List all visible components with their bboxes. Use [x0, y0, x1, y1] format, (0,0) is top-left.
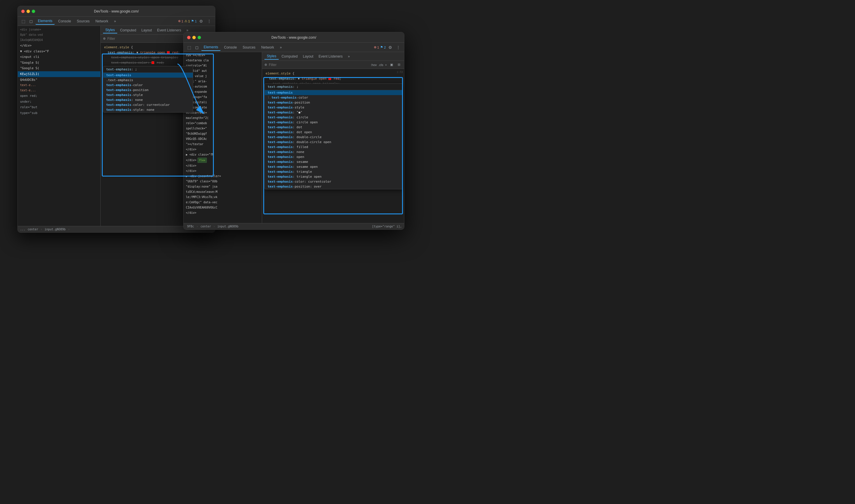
autocomplete-item-fg-3[interactable]: text-emphasis-style: [265, 105, 403, 110]
settings-icon-fg[interactable]: ⚙: [387, 44, 394, 51]
more-icon-fg[interactable]: ⋮: [395, 44, 402, 51]
tree-node-fg[interactable]: </div>: [183, 163, 262, 168]
tree-node-bg[interactable]: IAxUqWUEAHQU4: [18, 37, 100, 43]
autocomplete-item-fg-9[interactable]: text-emphasis: double-circle: [265, 134, 403, 140]
tab-elements-fg[interactable]: Elements: [201, 44, 220, 51]
autocomplete-item-fg-2[interactable]: text-emphasis-position: [265, 100, 403, 105]
tab-network-fg[interactable]: Network: [259, 44, 277, 51]
tree-node-bg[interactable]: </div>: [18, 43, 100, 49]
autocomplete-item-fg-19[interactable]: text-emphasis-position: over: [265, 184, 403, 189]
tab-elements-bg[interactable]: Elements: [35, 18, 55, 25]
close-button-bg[interactable]: [21, 10, 25, 13]
tree-node-fg[interactable]: haspopup="fa: [183, 94, 262, 100]
autocomplete-item-fg-6[interactable]: text-emphasis: circle open: [265, 120, 403, 125]
tab-computed-bg[interactable]: Computed: [118, 27, 139, 33]
autocomplete-item-bg-7[interactable]: text-emphasis-style: none: [103, 107, 193, 112]
autocomplete-item-fg-15[interactable]: text-emphasis: sesame open: [265, 164, 403, 169]
tree-node-selected-bg[interactable]: KEwjS1ZLI(: [18, 71, 100, 77]
autocomplete-item-fg-13[interactable]: text-emphasis: open: [265, 155, 403, 159]
tab-styles-fg[interactable]: Styles: [264, 53, 279, 60]
toggle-sidebar-fg[interactable]: ▣: [389, 62, 394, 68]
autocomplete-item-fg-10[interactable]: text-emphasis: double-circle open: [265, 140, 403, 145]
tree-node-fg[interactable]: </div> flex: [183, 157, 262, 163]
tree-node-fg[interactable]: </div>: [183, 210, 262, 216]
breadcrumb-center-bg[interactable]: center: [26, 228, 39, 231]
autocomplete-item-fg-5[interactable]: text-emphasis: circle: [265, 115, 403, 120]
tab-console-bg[interactable]: Console: [56, 18, 73, 24]
tree-node-bg[interactable]: type="sub: [18, 110, 100, 116]
more-icon-bg[interactable]: ⋮: [206, 18, 213, 24]
breadcrumb-center-fg[interactable]: center: [199, 224, 212, 228]
tree-node-fg[interactable]: controls="Al: [183, 63, 262, 68]
filter-cls-fg[interactable]: .cls: [378, 63, 384, 67]
tree-node-fg[interactable]: autocorrect=: [183, 110, 262, 115]
autocomplete-item-fg-1[interactable]: l.text-emphasis-color: [265, 95, 403, 100]
tree-node-fg[interactable]: "display:none" jsa: [183, 184, 262, 189]
tree-node-bg[interactable]: 8pb" data-ved: [18, 32, 100, 37]
css-prop-emphasis-fg[interactable]: text-emphasis: ▼ triangle open red;: [262, 76, 404, 82]
tab-sources-fg[interactable]: Sources: [240, 44, 258, 51]
tree-node-bg[interactable]: ▼ <div class="F: [18, 49, 100, 54]
autocomplete-item-bg-3[interactable]: text-emphasis-position: [103, 88, 193, 92]
tree-node-fg[interactable]: aria-autocom: [183, 84, 262, 89]
tree-node-fg[interactable]: tzDCd;mouseleave:M: [183, 189, 262, 195]
tree-node-fg[interactable]: ▶ <div class="fM: [183, 152, 262, 157]
tab-layout-bg[interactable]: Layout: [139, 27, 154, 33]
tree-node-fg[interactable]: role="combob: [183, 121, 262, 126]
tree-node-bg[interactable]: Q4dUDCBs": [18, 77, 100, 83]
filter-input-fg[interactable]: [269, 63, 369, 67]
maximize-button-bg[interactable]: [32, 10, 35, 13]
tree-node-bg[interactable]: role="but: [18, 104, 100, 110]
tab-sources-bg[interactable]: Sources: [74, 18, 92, 24]
minimize-button-fg[interactable]: [192, 36, 196, 39]
tree-node-fg[interactable]: "UUbT9" class="UUb: [183, 179, 262, 184]
tree-node-bg[interactable]: text-e...: [18, 83, 100, 88]
autocomplete-item-fg-7[interactable]: text-emphasis: dot: [265, 125, 403, 130]
inspect-icon-fg[interactable]: ◻: [194, 44, 200, 51]
tree-node-bg[interactable]: <div jsname=: [18, 27, 100, 32]
tree-node-fg[interactable]: aria-expande: [183, 89, 262, 94]
autocomplete-item-fg-0[interactable]: text-emphasis: [265, 90, 403, 95]
tree-node-fg[interactable]: maxlength="2(: [183, 115, 262, 121]
cursor-icon-fg[interactable]: ⬚: [186, 44, 193, 51]
tree-node-fg[interactable]: e:CmVOgc" data-vec: [183, 200, 262, 205]
breadcrumb-input-bg[interactable]: input.gNO89b: [43, 228, 67, 231]
tab-console-fg[interactable]: Console: [222, 44, 239, 51]
filter-add-fg[interactable]: +: [385, 63, 387, 67]
tab-network-bg[interactable]: Network: [93, 18, 110, 24]
tree-node-fg[interactable]: autocapitali: [183, 100, 262, 105]
autocomplete-item-fg-16[interactable]: text-emphasis: triangle: [265, 169, 403, 174]
autocomplete-item-bg-1[interactable]: .text-emphasis: [103, 78, 193, 83]
tree-node-fg[interactable]: le;YMFC3:VKssTb;vk: [183, 195, 262, 200]
autocomplete-item-fg-14[interactable]: text-emphasis: sesame: [265, 159, 403, 164]
tree-node-fg[interactable]: spellcheck=": [183, 126, 262, 131]
autocomplete-item-fg-12[interactable]: text-emphasis: none: [265, 149, 403, 155]
tree-node-bg[interactable]: text-e...: [18, 88, 100, 93]
tree-node-bg[interactable]: under;: [18, 99, 100, 105]
tab-layout-fg[interactable]: Layout: [301, 54, 316, 59]
tab-events-bg[interactable]: Event Listeners: [155, 27, 183, 33]
tree-node-fg[interactable]: "Alh6id" aut: [183, 68, 262, 74]
tree-node-fg[interactable]: cQv"></div>: [183, 53, 262, 58]
tree-node-bg[interactable]: <input cli: [18, 54, 100, 60]
autocomplete-item-fg-8[interactable]: text-emphasis: dot open: [265, 130, 403, 134]
tree-node-fg[interactable]: autocomplete: [183, 105, 262, 110]
tab-events-fg[interactable]: Event Listeners: [316, 54, 345, 59]
computed-view-fg[interactable]: ⊟: [396, 62, 402, 68]
minimize-button-bg[interactable]: [26, 10, 30, 13]
tab-computed-fg[interactable]: Computed: [279, 54, 300, 59]
tab-more-bg[interactable]: »: [112, 18, 119, 24]
tree-node-fg[interactable]: ▶ <div jscontroller=: [183, 174, 262, 179]
inspect-icon-bg[interactable]: ◻: [28, 18, 34, 24]
tree-node-bg[interactable]: "Google S(: [18, 66, 100, 71]
autocomplete-item-fg-17[interactable]: text-emphasis: triangle open: [265, 174, 403, 179]
autocomplete-item-bg-6[interactable]: text-emphasis-color: currentcolor: [103, 102, 193, 107]
autocomplete-item-fg-4[interactable]: text-emphasis: "●": [265, 110, 403, 115]
tree-node-fg[interactable]: </div>: [183, 168, 262, 174]
breadcrumb-input-fg[interactable]: input.gNO89b: [216, 224, 239, 228]
filter-input-bg[interactable]: [107, 37, 195, 41]
tab-styles-bg[interactable]: Styles: [103, 27, 117, 33]
tree-node-fg[interactable]: </div>: [183, 147, 262, 152]
tree-node-fg[interactable]: <textarea cla: [183, 58, 262, 63]
tab-more-fg[interactable]: »: [278, 44, 284, 51]
